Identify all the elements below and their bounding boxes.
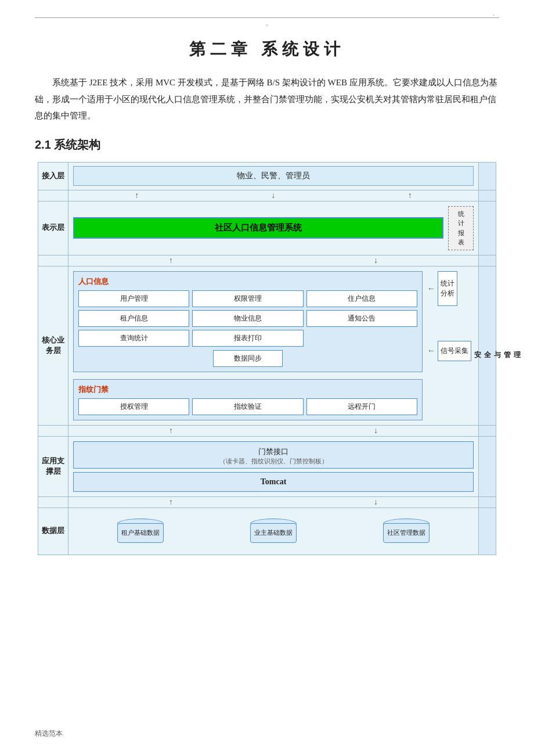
presentation-layer-label: 表示层 bbox=[38, 201, 68, 255]
btn-auth-mgmt: 授权管理 bbox=[78, 398, 189, 415]
arrow-down-2: ↓ bbox=[271, 191, 275, 200]
system-title: 社区人口信息管理系统 bbox=[74, 218, 442, 237]
population-section: 人口信息 用户管理 权限管理 住户信息 租户信息 物业信息 通知公告 查询统计 … bbox=[73, 271, 423, 372]
signal-arrow-row: ← 信号采集 bbox=[427, 341, 474, 361]
arrow-down-4: ↓ bbox=[374, 256, 378, 265]
db-item-community: 社区管理数据 bbox=[383, 519, 430, 544]
data-layer-row: 数据层 租户基础数据 业主基础数据 bbox=[38, 508, 496, 555]
finger-buttons: 授权管理 指纹验证 远程开门 bbox=[78, 398, 417, 415]
presentation-layer-row: 表示层 社区人口信息管理系统 统 计 报 表 bbox=[38, 201, 496, 255]
right-pad-access bbox=[478, 163, 496, 190]
arrow-row-1-content: ↑ ↓ ↑ bbox=[68, 190, 478, 201]
btn-report-print: 报表打印 bbox=[192, 330, 303, 347]
db-cylinder-3: 社区管理数据 bbox=[383, 519, 430, 544]
core-layer-label: 核心业务层 bbox=[38, 267, 68, 425]
arrow-down-5: ↑ bbox=[169, 426, 173, 435]
intro-paragraph: 系统基于 J2EE 技术，采用 MVC 开发模式，是基于网络 B/S 架构设计的… bbox=[35, 74, 499, 124]
presentation-content: 社区人口信息管理系统 统 计 报 表 bbox=[68, 201, 478, 255]
arrow-row-3-content: ↑ ↓ bbox=[68, 426, 478, 436]
db-cylinder-2: 业主基础数据 bbox=[250, 519, 297, 544]
access-layer-label: 接入层 bbox=[38, 163, 68, 190]
support-content: 门禁接口 （读卡器、指纹识别仪、门禁控制板） Tomcat bbox=[68, 437, 478, 496]
db-cylinder-body-3: 社区管理数据 bbox=[383, 523, 430, 543]
tomcat-box: Tomcat bbox=[73, 472, 474, 492]
arrow-pad-right bbox=[478, 190, 496, 201]
arrow-pad-left4 bbox=[38, 497, 68, 507]
stats-arrow-row: ← 统计 分析 bbox=[427, 271, 474, 306]
db-label-2: 业主基础数据 bbox=[251, 524, 296, 537]
architecture-diagram: 接入层 物业、民警、管理员 ↑ ↓ ↑ 表示层 社区人口信息管理系统 bbox=[38, 162, 496, 555]
btn-resident-info: 住户信息 bbox=[306, 290, 417, 307]
btn-remote-open: 远程开门 bbox=[306, 398, 417, 415]
arrow-pad-right2 bbox=[478, 255, 496, 266]
right-sidebar: 统一安全与管理 bbox=[478, 267, 496, 425]
support-layer-row: 应用支撑层 门禁接口 （读卡器、指纹识别仪、门禁控制板） Tomcat bbox=[38, 437, 496, 497]
gate-interface-label: 门禁接口 bbox=[76, 447, 471, 457]
arrow-left-2: ← bbox=[427, 346, 435, 355]
stats-report-label: 统 计 报 表 bbox=[458, 209, 464, 247]
gate-subtitle: （读卡器、指纹识别仪、门禁控制板） bbox=[76, 457, 471, 466]
data-content: 租户基础数据 业主基础数据 bbox=[68, 508, 478, 555]
arrow-row-2: ↑ ↓ bbox=[38, 255, 496, 267]
arrow-row-4-content: ↑ ↓ bbox=[68, 497, 478, 507]
fingerprint-label: 指纹门禁 bbox=[78, 384, 417, 395]
core-left: 人口信息 用户管理 权限管理 住户信息 租户信息 物业信息 通知公告 查询统计 … bbox=[73, 271, 423, 420]
support-layer-label: 应用支撑层 bbox=[38, 437, 68, 496]
core-content: 人口信息 用户管理 权限管理 住户信息 租户信息 物业信息 通知公告 查询统计 … bbox=[68, 267, 478, 425]
access-box: 物业、民警、管理员 bbox=[73, 166, 474, 186]
page-dot: . bbox=[35, 19, 499, 28]
arrow-up-1: ↑ bbox=[408, 191, 412, 200]
fingerprint-section: 指纹门禁 授权管理 指纹验证 远程开门 bbox=[73, 379, 423, 420]
db-cylinder-body-2: 业主基础数据 bbox=[250, 523, 297, 543]
core-right: ← 统计 分析 ← 信号采集 bbox=[427, 271, 474, 420]
arrow-left-1: ← bbox=[427, 284, 435, 293]
right-pad-data bbox=[478, 508, 496, 555]
core-row-inner: 人口信息 用户管理 权限管理 住户信息 租户信息 物业信息 通知公告 查询统计 … bbox=[73, 271, 474, 420]
right-pad-pres bbox=[478, 201, 496, 255]
signal-collect-box: 信号采集 bbox=[438, 341, 471, 361]
arrow-row-4: ↑ ↓ bbox=[38, 497, 496, 508]
arrow-pad-right3 bbox=[478, 426, 496, 436]
population-label: 人口信息 bbox=[78, 276, 417, 287]
db-label-3: 社区管理数据 bbox=[384, 524, 429, 537]
arrow-pad-right4 bbox=[478, 497, 496, 507]
arrow-row-3: ↑ ↓ bbox=[38, 426, 496, 437]
db-item-tenant: 租户基础数据 bbox=[117, 519, 164, 544]
right-pad-support bbox=[478, 437, 496, 496]
footer-text: 精选范本 bbox=[35, 729, 63, 739]
page: . 第二章 系统设计 系统基于 J2EE 技术，采用 MVC 开发模式，是基于网… bbox=[0, 0, 534, 756]
function-buttons: 用户管理 权限管理 住户信息 租户信息 物业信息 通知公告 查询统计 报表打印 bbox=[78, 290, 417, 347]
db-cylinder-body-1: 租户基础数据 bbox=[117, 523, 164, 543]
arrow-down-7: ↑ bbox=[169, 498, 173, 507]
arrow-down-1: ↑ bbox=[135, 191, 139, 200]
spacer bbox=[427, 309, 474, 333]
arrow-row-1: ↑ ↓ ↑ bbox=[38, 190, 496, 201]
access-layer-row: 接入层 物业、民警、管理员 bbox=[38, 163, 496, 190]
db-item-owner: 业主基础数据 bbox=[250, 519, 297, 544]
arrow-pad-left2 bbox=[38, 255, 68, 266]
btn-notice: 通知公告 bbox=[306, 310, 417, 327]
top-rule bbox=[35, 17, 499, 18]
arrow-down-8: ↓ bbox=[374, 498, 378, 507]
sync-box: 数据同步 bbox=[213, 350, 283, 367]
btn-property-info: 物业信息 bbox=[192, 310, 303, 327]
section-title: 2.1 系统架构 bbox=[35, 137, 499, 153]
db-label-1: 租户基础数据 bbox=[118, 524, 163, 537]
btn-tenant-info: 租户信息 bbox=[78, 310, 189, 327]
chapter-title: 第二章 系统设计 bbox=[35, 38, 499, 60]
arrow-row-2-content: ↑ ↓ bbox=[68, 255, 478, 266]
btn-permission-mgmt: 权限管理 bbox=[192, 290, 303, 307]
data-layer-label: 数据层 bbox=[38, 508, 68, 555]
arrow-down-6: ↓ bbox=[374, 426, 378, 435]
db-cylinder-1: 租户基础数据 bbox=[117, 519, 164, 544]
stats-analysis-box: 统计 分析 bbox=[438, 271, 457, 306]
access-layer-content: 物业、民警、管理员 bbox=[68, 163, 478, 190]
arrow-pad-left bbox=[38, 190, 68, 201]
stats-report-box: 统 计 报 表 bbox=[448, 206, 474, 250]
sync-row: 数据同步 bbox=[78, 350, 417, 367]
btn-user-mgmt: 用户管理 bbox=[78, 290, 189, 307]
btn-query-stats: 查询统计 bbox=[78, 330, 189, 347]
gate-interface-box: 门禁接口 （读卡器、指纹识别仪、门禁控制板） bbox=[73, 441, 474, 469]
core-layer-row: 核心业务层 人口信息 用户管理 权限管理 住户信息 租户信息 物业信息 bbox=[38, 267, 496, 426]
arrow-pad-left3 bbox=[38, 426, 68, 436]
